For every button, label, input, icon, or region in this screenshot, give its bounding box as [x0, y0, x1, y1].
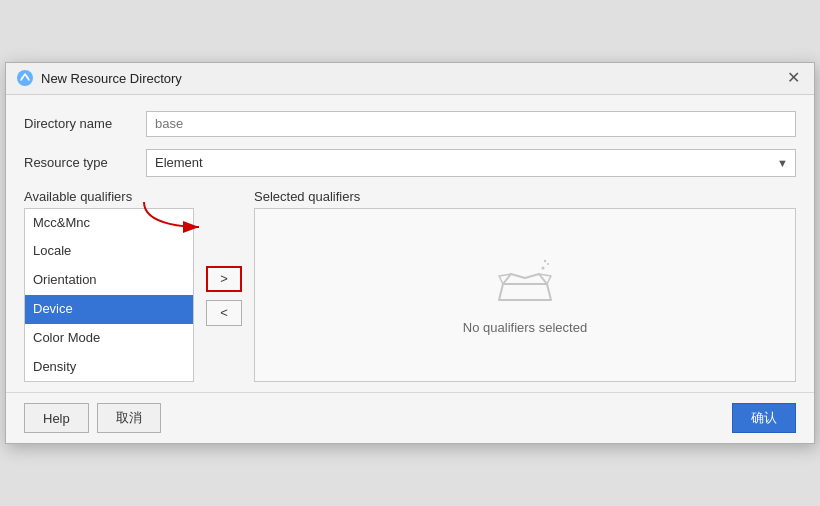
resource-type-select[interactable]: Element Layout Values Drawable Mipmap: [146, 149, 796, 177]
resource-type-label: Resource type: [24, 155, 134, 170]
cancel-button[interactable]: 取消: [97, 403, 161, 433]
resource-type-row: Resource type Element Layout Values Draw…: [24, 149, 796, 177]
available-qualifiers-col: Available qualifiers Mcc&Mnc Locale Orie…: [24, 189, 194, 383]
title-bar: New Resource Directory ✕: [6, 63, 814, 95]
resource-type-select-wrapper: Element Layout Values Drawable Mipmap ▼: [146, 149, 796, 177]
qualifier-item-device[interactable]: Device: [25, 295, 193, 324]
available-qualifiers-label: Available qualifiers: [24, 189, 194, 204]
dialog: New Resource Directory ✕ Directory name …: [5, 62, 815, 445]
selected-qualifiers-col: Selected qualifiers: [254, 189, 796, 383]
footer-left-buttons: Help 取消: [24, 403, 161, 433]
directory-name-label: Directory name: [24, 116, 134, 131]
selected-qualifiers-label: Selected qualifiers: [254, 189, 796, 204]
directory-name-row: Directory name: [24, 111, 796, 137]
dialog-title: New Resource Directory: [41, 71, 182, 86]
dialog-body: Directory name Resource type Element Lay…: [6, 95, 814, 393]
dialog-footer: Help 取消 确认: [6, 392, 814, 443]
svg-point-2: [27, 77, 29, 79]
qualifier-item-mcc-mnc[interactable]: Mcc&Mnc: [25, 209, 193, 238]
arrow-buttons-col: > <: [194, 189, 254, 383]
qualifiers-section: Available qualifiers Mcc&Mnc Locale Orie…: [24, 189, 796, 383]
svg-point-1: [22, 77, 24, 79]
svg-point-6: [547, 263, 549, 265]
app-icon: [16, 69, 34, 87]
available-qualifiers-list[interactable]: Mcc&Mnc Locale Orientation Device Color …: [24, 208, 194, 383]
svg-point-7: [544, 259, 546, 261]
close-button[interactable]: ✕: [783, 68, 804, 88]
svg-point-0: [17, 70, 33, 86]
empty-state-icon: [493, 256, 557, 310]
selected-qualifiers-panel: No qualifiers selected: [254, 208, 796, 383]
qualifier-item-color-mode[interactable]: Color Mode: [25, 324, 193, 353]
directory-name-input[interactable]: [146, 111, 796, 137]
qualifier-item-locale[interactable]: Locale: [25, 237, 193, 266]
add-qualifier-button[interactable]: >: [206, 266, 242, 292]
empty-state-text: No qualifiers selected: [463, 320, 587, 335]
qualifier-item-orientation[interactable]: Orientation: [25, 266, 193, 295]
confirm-button[interactable]: 确认: [732, 403, 796, 433]
title-bar-left: New Resource Directory: [16, 69, 182, 87]
qualifier-item-density[interactable]: Density: [25, 353, 193, 382]
remove-qualifier-button[interactable]: <: [206, 300, 242, 326]
svg-point-5: [542, 266, 545, 269]
help-button[interactable]: Help: [24, 403, 89, 433]
